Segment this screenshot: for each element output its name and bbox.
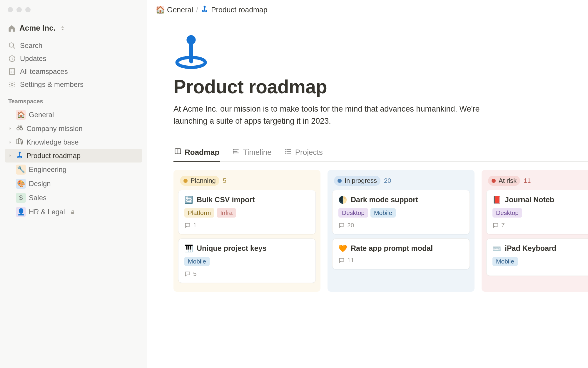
svg-point-15 bbox=[203, 6, 206, 8]
status-dot-icon bbox=[183, 179, 188, 183]
board-card[interactable]: 🌓Dark mode supportDesktopMobile20 bbox=[332, 190, 470, 234]
card-tags: PlatformInfra bbox=[184, 208, 310, 218]
svg-pin-icon bbox=[16, 151, 24, 160]
window-minimize[interactable] bbox=[16, 7, 22, 12]
nav-search[interactable]: Search bbox=[5, 39, 142, 52]
tab-projects[interactable]: Projects bbox=[284, 147, 323, 161]
nav-search-label: Search bbox=[20, 42, 42, 50]
teamspace-label: Sales bbox=[29, 194, 46, 202]
sidebar-item-hr-legal[interactable]: 👤HR & Legal bbox=[5, 205, 142, 219]
nav-all-teamspaces[interactable]: All teamspaces bbox=[5, 65, 142, 78]
sidebar-item-general[interactable]: 🏠General bbox=[5, 108, 142, 122]
status-pill-planning[interactable]: Planning bbox=[180, 176, 219, 186]
card-comment-count: 20 bbox=[347, 222, 354, 229]
card-comments[interactable]: 11 bbox=[338, 257, 464, 264]
svg-binoculars-icon bbox=[16, 124, 24, 133]
breadcrumb-separator: / bbox=[196, 6, 198, 14]
sidebar: Acme Inc. Search Updates All teamspaces … bbox=[0, 0, 147, 368]
tag-platform[interactable]: Platform bbox=[184, 208, 214, 218]
teamspace-label: HR & Legal bbox=[29, 208, 65, 216]
card-title: Dark mode support bbox=[351, 195, 418, 204]
sidebar-item-company-mission[interactable]: Company mission bbox=[5, 122, 142, 135]
tag-mobile[interactable]: Mobile bbox=[492, 257, 518, 266]
column-header: At risk11 bbox=[486, 175, 588, 190]
board-card[interactable]: 🎹Unique project keysMobile5 bbox=[178, 238, 316, 283]
comment-icon bbox=[492, 222, 499, 228]
card-tags: Mobile bbox=[184, 257, 310, 266]
card-comment-count: 11 bbox=[347, 257, 354, 264]
column-header: Planning5 bbox=[178, 175, 316, 190]
nav-settings[interactable]: Settings & members bbox=[5, 78, 142, 91]
main: 🏠 General / Product roadmap Product road… bbox=[147, 0, 588, 368]
svg-point-5 bbox=[17, 127, 19, 130]
tab-label: Roadmap bbox=[185, 148, 219, 157]
teamspace-emoji-icon: 🏠 bbox=[16, 110, 26, 120]
tab-roadmap[interactable]: Roadmap bbox=[173, 147, 220, 161]
tag-mobile[interactable]: Mobile bbox=[370, 208, 396, 218]
card-comments[interactable]: 20 bbox=[338, 222, 464, 229]
tab-timeline[interactable]: Timeline bbox=[232, 147, 272, 161]
card-comment-count: 7 bbox=[501, 222, 505, 229]
tab-label: Projects bbox=[295, 148, 323, 157]
sidebar-item-design[interactable]: 🎨Design bbox=[5, 177, 142, 191]
card-tags: Desktop bbox=[492, 208, 588, 218]
sidebar-item-engineering[interactable]: 🔧Engineering bbox=[5, 163, 142, 177]
list-icon bbox=[285, 147, 292, 157]
workspace-switcher[interactable]: Acme Inc. bbox=[5, 21, 142, 35]
board: Planning5🔄Bulk CSV importPlatformInfra1🎹… bbox=[173, 170, 588, 292]
teamspace-label: General bbox=[29, 111, 54, 119]
board-card[interactable]: 🧡Rate app prompt modal11 bbox=[332, 238, 470, 269]
page-description[interactable]: At Acme Inc. our mission is to make tool… bbox=[173, 103, 497, 127]
svg-rect-12 bbox=[71, 212, 74, 214]
status-pill-progress[interactable]: In progress bbox=[334, 176, 380, 186]
teamspace-emoji-icon: 🎨 bbox=[16, 179, 26, 189]
nav-settings-label: Settings & members bbox=[20, 80, 83, 89]
status-dot-icon bbox=[492, 179, 496, 183]
card-tags: Mobile bbox=[492, 257, 588, 266]
card-emoji-icon: ⌨️ bbox=[492, 244, 501, 253]
page-icon[interactable] bbox=[173, 34, 588, 71]
svg-point-36 bbox=[285, 151, 286, 152]
tag-desktop[interactable]: Desktop bbox=[492, 208, 522, 218]
window-zoom[interactable] bbox=[25, 7, 31, 12]
svg-point-30 bbox=[233, 151, 234, 152]
board-card[interactable]: 🔄Bulk CSV importPlatformInfra1 bbox=[178, 190, 316, 234]
teamspace-emoji-icon: $ bbox=[16, 193, 26, 203]
nav-updates[interactable]: Updates bbox=[5, 52, 142, 65]
sidebar-item-sales[interactable]: $Sales bbox=[5, 191, 142, 205]
teamspace-label: Design bbox=[29, 180, 51, 188]
tag-infra[interactable]: Infra bbox=[217, 208, 236, 218]
status-pill-atrisk[interactable]: At risk bbox=[488, 176, 520, 186]
topbar: 🏠 General / Product roadmap bbox=[147, 0, 588, 19]
board-column-planning: Planning5🔄Bulk CSV importPlatformInfra1🎹… bbox=[173, 170, 320, 292]
svg-point-37 bbox=[285, 153, 286, 153]
sidebar-item-knowledge-base[interactable]: Knowledge base bbox=[5, 135, 142, 149]
card-comments[interactable]: 5 bbox=[184, 270, 310, 277]
board-card[interactable]: 📕Journal NotebDesktop7 bbox=[486, 190, 588, 234]
tag-desktop[interactable]: Desktop bbox=[338, 208, 368, 218]
breadcrumb-root[interactable]: General bbox=[167, 6, 193, 14]
column-label: Planning bbox=[191, 177, 216, 185]
column-header: In progress20 bbox=[332, 175, 470, 190]
tag-mobile[interactable]: Mobile bbox=[184, 257, 210, 266]
pin-icon bbox=[201, 5, 208, 14]
breadcrumb-page[interactable]: Product roadmap bbox=[211, 6, 268, 14]
board-card[interactable]: ⌨️iPad KeyboardMobile bbox=[486, 238, 588, 276]
home-icon: 🏠 bbox=[156, 6, 164, 14]
window-controls bbox=[5, 6, 142, 21]
card-comments[interactable]: 1 bbox=[184, 222, 310, 229]
column-label: At risk bbox=[499, 177, 517, 185]
teamspace-label: Company mission bbox=[26, 125, 83, 133]
teamspace-label: Product roadmap bbox=[26, 152, 81, 160]
card-comments[interactable]: 7 bbox=[492, 222, 588, 229]
column-count: 11 bbox=[524, 177, 531, 185]
sidebar-item-product-roadmap[interactable]: Product roadmap bbox=[5, 149, 142, 163]
card-title: iPad Keyboard bbox=[505, 244, 556, 253]
nav-teamspaces-label: All teamspaces bbox=[20, 67, 68, 76]
teamspace-label: Knowledge base bbox=[26, 138, 78, 146]
page-title[interactable]: Product roadmap bbox=[173, 76, 588, 98]
status-dot-icon bbox=[338, 179, 342, 183]
svg-point-35 bbox=[285, 149, 286, 150]
window-close[interactable] bbox=[8, 7, 13, 12]
svg-rect-3 bbox=[9, 69, 14, 74]
